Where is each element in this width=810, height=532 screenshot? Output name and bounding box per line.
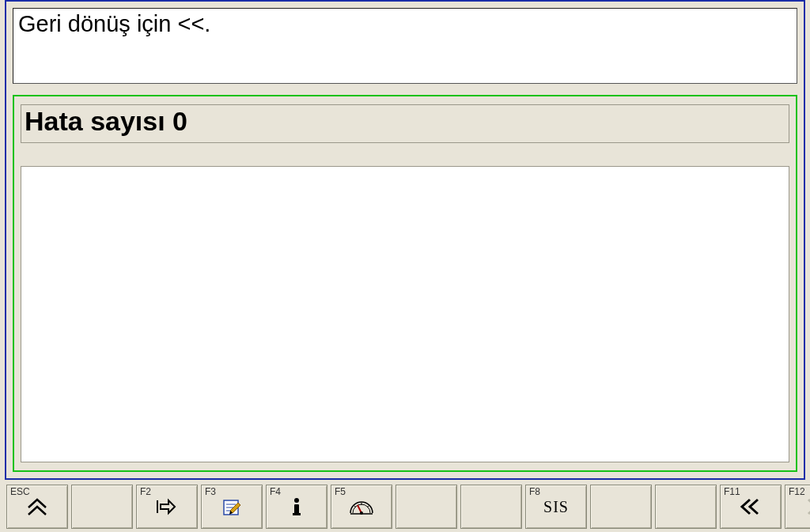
error-list — [21, 166, 789, 462]
error-title-container: Hata sayısı 0 — [21, 104, 789, 143]
f11-button[interactable]: F11 — [720, 485, 782, 529]
double-left-icon — [739, 496, 763, 517]
f5-button[interactable]: F5 — [331, 485, 392, 529]
gauge-icon — [347, 497, 376, 516]
app-root: Geri dönüş için <<. Hata sayısı 0 ESC F2 — [0, 0, 810, 532]
fkey-label: F11 — [724, 486, 740, 497]
fkey-label: F3 — [205, 486, 216, 497]
f4-button[interactable]: F4 — [266, 485, 327, 529]
info-icon — [289, 496, 305, 518]
fkey-blank-7 — [460, 485, 522, 529]
fkey-label: F4 — [270, 486, 281, 497]
svg-marker-0 — [161, 500, 175, 513]
double-right-icon — [804, 496, 810, 517]
sis-text-icon: SIS — [543, 498, 569, 516]
error-panel: Hata sayısı 0 — [13, 95, 797, 472]
chevron-up-double-icon — [25, 496, 49, 517]
fkey-blank-1 — [71, 485, 133, 529]
svg-rect-10 — [293, 513, 301, 515]
f12-button[interactable]: F12 — [785, 485, 810, 529]
instruction-text: Geri dönüş için <<. — [13, 8, 797, 84]
esc-button[interactable]: ESC — [6, 485, 68, 529]
f2-button[interactable]: F2 — [136, 485, 198, 529]
fkey-label: F2 — [140, 486, 151, 497]
error-count-title: Hata sayısı 0 — [21, 105, 789, 142]
fkey-blank-6 — [396, 485, 457, 529]
function-key-bar: ESC F2 F3 — [6, 485, 804, 529]
fkey-label: F5 — [335, 486, 346, 497]
main-panel: Geri dönüş için <<. Hata sayısı 0 — [5, 0, 805, 480]
fkey-blank-9 — [590, 485, 652, 529]
f3-button[interactable]: F3 — [201, 485, 263, 529]
svg-point-8 — [294, 498, 299, 503]
enter-icon — [154, 496, 180, 518]
fkey-blank-10 — [655, 485, 717, 529]
edit-icon — [220, 496, 244, 518]
fkey-label: F12 — [789, 486, 805, 497]
fkey-label: ESC — [10, 486, 30, 497]
fkey-label: F8 — [529, 486, 540, 497]
f8-button[interactable]: F8 SIS — [525, 485, 587, 529]
